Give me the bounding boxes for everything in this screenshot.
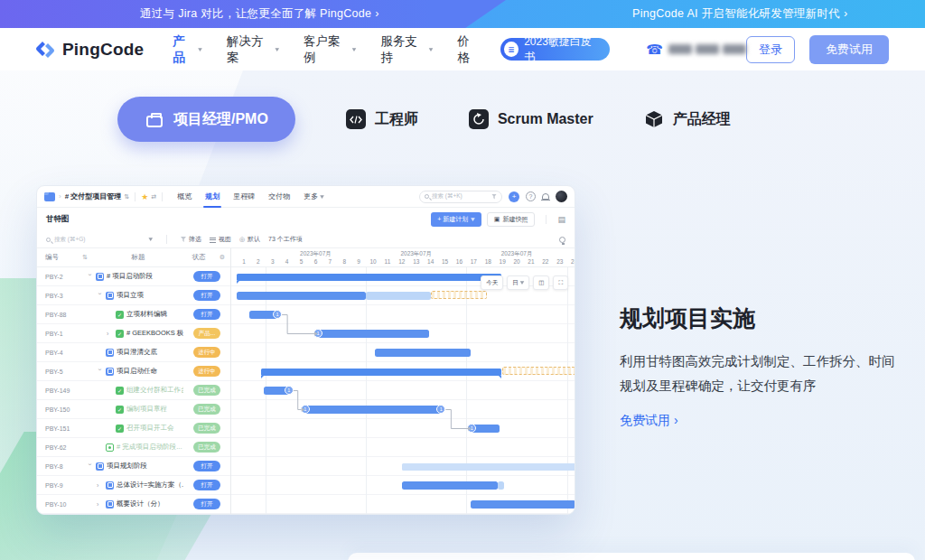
- fullscreen-button[interactable]: ⛶: [553, 275, 568, 290]
- tab-deliverables[interactable]: 交付物: [268, 186, 290, 208]
- gantt-bar[interactable]: [471, 500, 575, 509]
- expand-chevron-icon[interactable]: ›: [87, 463, 93, 470]
- today-button[interactable]: 今天: [481, 275, 503, 290]
- status-badge[interactable]: 已完成: [193, 404, 220, 415]
- gantt-bar[interactable]: 1: [249, 311, 278, 319]
- chevron-down-icon: ▾: [320, 193, 324, 201]
- tab-planning[interactable]: 规划: [205, 186, 220, 208]
- create-button[interactable]: +: [509, 191, 519, 202]
- nav-item-customers[interactable]: 客户案例▾: [304, 33, 356, 66]
- nav-item-solutions[interactable]: 解决方案▾: [227, 33, 279, 66]
- table-row[interactable]: PBY-1›✓# GEEKBOOKS 极...产品...: [37, 324, 230, 343]
- login-button[interactable]: 登录: [746, 36, 795, 63]
- favorite-star-icon[interactable]: ★: [141, 192, 148, 201]
- pingcode-logo-icon: [34, 40, 56, 60]
- status-badge[interactable]: 打开: [193, 271, 220, 282]
- expand-chevron-icon[interactable]: ›: [97, 501, 103, 508]
- whitepaper-badge[interactable]: ≣ 2023敏捷白皮书: [500, 38, 611, 61]
- table-row[interactable]: PBY-149✓组建交付群和工作台已完成: [37, 381, 230, 400]
- table-row[interactable]: PBY-8›项目规划阶段打开: [37, 457, 230, 476]
- view-switcher-icon[interactable]: ▤: [557, 215, 565, 224]
- promo-link-jira[interactable]: 通过与 Jira 对比，让您更全面了解 PingCode ›: [140, 0, 379, 28]
- user-avatar[interactable]: [556, 191, 567, 202]
- status-badge[interactable]: 进行中: [193, 366, 220, 377]
- view-settings-button[interactable]: 视图: [210, 235, 231, 244]
- new-plan-button[interactable]: + 新建计划▾: [431, 212, 481, 227]
- expand-chevron-icon[interactable]: ›: [97, 482, 103, 489]
- expand-chevron-icon[interactable]: ›: [107, 331, 113, 337]
- breadcrumb[interactable]: # 交付型项目管理: [65, 191, 122, 201]
- status-badge[interactable]: 已完成: [193, 385, 220, 396]
- table-row[interactable]: PBY-10›概要设计（分）打开: [37, 495, 230, 514]
- table-row[interactable]: PBY-62# 完成项目启动阶段...已完成: [37, 438, 230, 457]
- tab-more[interactable]: 更多▾: [304, 186, 324, 208]
- row-id: PBY-88: [37, 312, 82, 318]
- nav-item-support[interactable]: 服务支持▾: [380, 33, 433, 66]
- gantt-bar[interactable]: 11: [304, 406, 443, 414]
- gantt-bar[interactable]: [237, 274, 501, 281]
- sort-icon[interactable]: ⇅: [82, 254, 93, 261]
- table-row[interactable]: PBY-88✓立项材料编辑打开: [37, 305, 230, 324]
- lightbulb-icon[interactable]: [559, 237, 565, 243]
- time-unit-select[interactable]: 日▾: [507, 275, 529, 290]
- preset-button[interactable]: ◎默认: [239, 235, 260, 244]
- gantt-bar[interactable]: [237, 292, 366, 300]
- table-row[interactable]: PBY-3›项目立项打开: [37, 286, 230, 305]
- global-search-input[interactable]: 搜索 (⌘+K): [419, 191, 502, 203]
- status-badge[interactable]: 已完成: [193, 423, 220, 434]
- gear-icon[interactable]: ⚙: [214, 254, 230, 261]
- gantt-bar[interactable]: [366, 292, 431, 300]
- gantt-bar[interactable]: 1: [317, 330, 429, 338]
- tab-project-manager[interactable]: 项目经理/PMO: [117, 97, 295, 142]
- column-title[interactable]: 标题: [93, 253, 183, 262]
- promo-link-ai[interactable]: PingCode AI 开启智能化研发管理新时代 ›: [632, 0, 847, 28]
- tab-overview[interactable]: 概览: [177, 186, 192, 208]
- gantt-bar[interactable]: [261, 369, 501, 376]
- status-badge[interactable]: 打开: [193, 480, 220, 490]
- split-view-button[interactable]: ◫: [533, 275, 549, 290]
- switch-project-icon[interactable]: ⇄: [151, 193, 156, 201]
- gantt-bar[interactable]: 1: [471, 425, 500, 433]
- notifications-bell-icon[interactable]: [542, 193, 549, 200]
- tab-engineer[interactable]: 工程师: [346, 109, 418, 129]
- new-snapshot-button[interactable]: ▣新建快照: [487, 212, 536, 227]
- table-row[interactable]: PBY-4项目澄清交底进行中: [37, 343, 230, 362]
- gantt-bar[interactable]: [402, 481, 499, 490]
- list-search-input[interactable]: 搜索 (⌘+G) ▾: [46, 235, 153, 244]
- tab-scrum-master[interactable]: Scrum Master: [469, 109, 593, 129]
- nav-item-pricing[interactable]: 价格: [457, 33, 481, 66]
- column-status[interactable]: 状态: [183, 253, 214, 262]
- table-row[interactable]: PBY-5›项目启动任命进行中: [37, 362, 230, 381]
- column-id[interactable]: 编号: [37, 253, 82, 262]
- gantt-bar[interactable]: [375, 349, 472, 357]
- table-row[interactable]: PBY-151✓召开项目开工会已完成: [37, 419, 230, 438]
- logo[interactable]: PingCode: [34, 40, 144, 60]
- nav-item-products[interactable]: 产品▾: [173, 33, 202, 66]
- status-badge[interactable]: 打开: [193, 290, 220, 301]
- status-badge[interactable]: 已完成: [193, 442, 220, 453]
- free-trial-link[interactable]: 免费试用 ›: [620, 413, 678, 429]
- help-button[interactable]: ?: [526, 191, 536, 201]
- expand-chevron-icon[interactable]: ›: [97, 369, 103, 375]
- status-badge[interactable]: 进行中: [193, 347, 220, 358]
- gantt-bar[interactable]: [402, 463, 575, 471]
- expand-chevron-icon[interactable]: ›: [87, 274, 93, 280]
- gantt-bar[interactable]: 1: [264, 387, 290, 395]
- sort-toggle-icon[interactable]: ⇅: [124, 193, 129, 201]
- table-row[interactable]: PBY-150✓编制项目章程已完成: [37, 400, 230, 419]
- gantt-bar[interactable]: [502, 367, 575, 375]
- status-badge[interactable]: 打开: [193, 309, 220, 320]
- gantt-bar[interactable]: [498, 481, 503, 490]
- status-badge[interactable]: 打开: [193, 499, 220, 509]
- status-badge[interactable]: 产品...: [193, 328, 220, 339]
- project-folder-icon[interactable]: [44, 192, 55, 201]
- gantt-bar[interactable]: [431, 291, 487, 299]
- tab-product-manager[interactable]: 产品经理: [644, 109, 731, 129]
- expand-chevron-icon[interactable]: ›: [97, 293, 103, 299]
- filter-button[interactable]: 筛选: [181, 235, 201, 244]
- table-row[interactable]: PBY-2›# 项目启动阶段打开: [37, 267, 230, 286]
- free-trial-button[interactable]: 免费试用: [809, 35, 889, 64]
- status-badge[interactable]: 打开: [193, 461, 220, 471]
- table-row[interactable]: PBY-9›总体设计=实施方案（...打开: [37, 476, 230, 495]
- tab-milestones[interactable]: 里程碑: [233, 186, 255, 208]
